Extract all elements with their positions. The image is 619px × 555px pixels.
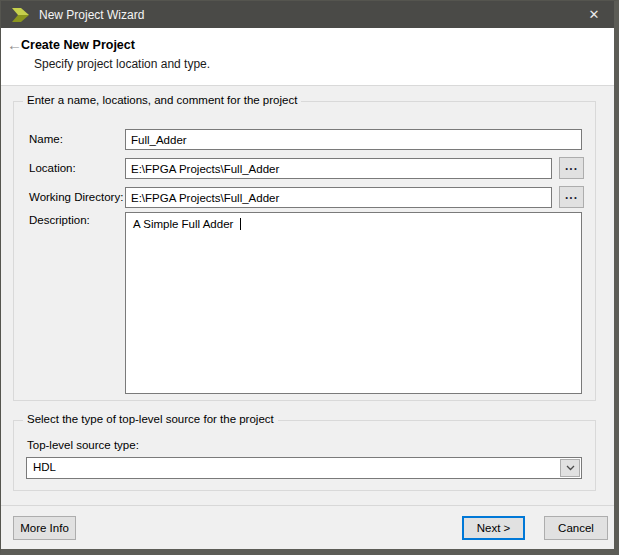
working-directory-input[interactable]	[125, 187, 552, 208]
source-type-group-legend: Select the type of top-level source for …	[23, 413, 278, 425]
window-title: New Project Wizard	[39, 8, 144, 22]
back-arrow-icon[interactable]: ←	[7, 37, 22, 52]
title-bar: New Project Wizard ✕	[1, 1, 614, 28]
name-input[interactable]	[125, 129, 582, 150]
working-directory-label: Working Directory:	[29, 191, 123, 203]
text-cursor	[240, 218, 241, 230]
working-directory-browse-button[interactable]: ...	[559, 186, 584, 208]
close-icon[interactable]: ✕	[574, 1, 614, 28]
location-label: Location:	[29, 162, 76, 174]
top-level-source-dropdown[interactable]: HDL	[26, 457, 582, 479]
footer-divider	[1, 505, 614, 506]
page-title: Create New Project	[21, 38, 135, 52]
top-level-source-label: Top-level source type:	[27, 439, 139, 451]
description-textarea[interactable]: A Simple Full Adder	[125, 212, 582, 394]
project-info-group: Enter a name, locations, and comment for…	[13, 101, 596, 401]
chevron-down-icon[interactable]	[560, 459, 580, 477]
ise-arrow-icon	[10, 7, 30, 23]
top-level-source-value: HDL	[33, 461, 56, 473]
location-input[interactable]	[125, 158, 552, 179]
next-button[interactable]: Next >	[462, 516, 525, 540]
name-label: Name:	[29, 133, 63, 145]
more-info-button[interactable]: More Info	[13, 516, 76, 540]
description-label: Description:	[29, 214, 90, 226]
cancel-button[interactable]: Cancel	[544, 516, 608, 540]
project-info-group-legend: Enter a name, locations, and comment for…	[23, 94, 301, 106]
source-type-group: Select the type of top-level source for …	[13, 420, 596, 491]
location-browse-button[interactable]: ...	[559, 157, 584, 179]
new-project-wizard-window: New Project Wizard ✕ ← Create New Projec…	[0, 0, 619, 555]
description-text: A Simple Full Adder	[133, 218, 237, 230]
page-subtitle: Specify project location and type.	[34, 57, 210, 71]
wizard-header: ← Create New Project Specify project loc…	[1, 28, 614, 86]
